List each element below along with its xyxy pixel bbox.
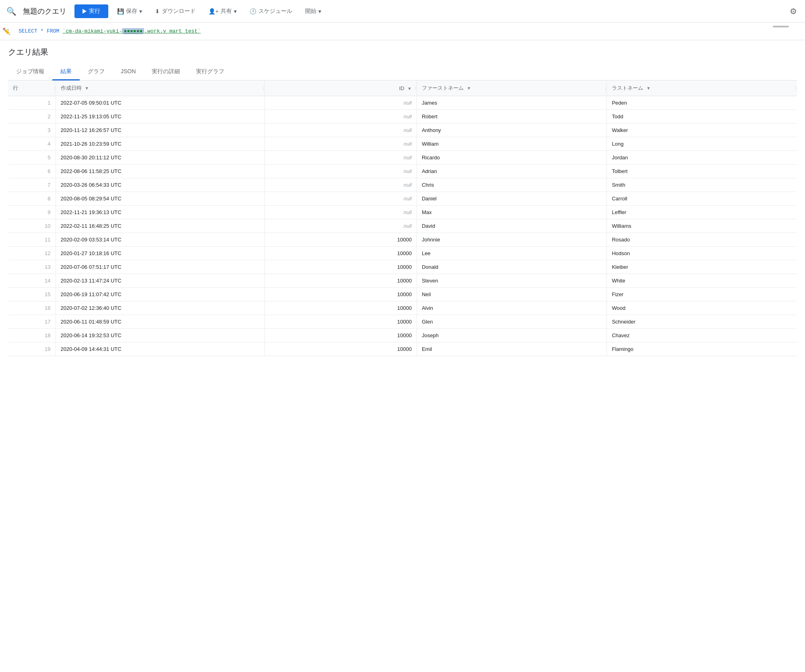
table-row: 19 2020-04-09 14:44:31 UTC 10000 Emil Fl… <box>8 342 797 356</box>
cell-date: 2020-06-14 19:32:53 UTC <box>56 329 265 342</box>
tab-execution-details[interactable]: 実行の詳細 <box>144 64 188 80</box>
start-button[interactable]: 開始 ▾ <box>301 5 325 17</box>
tab-job-info[interactable]: ジョブ情報 <box>8 64 52 80</box>
col-resize-row[interactable]: ⋮ <box>54 80 56 96</box>
col-resize-id[interactable]: ⋮ <box>415 80 417 96</box>
cell-row-num: 2 <box>8 110 56 124</box>
col-id-label: ID <box>399 85 404 91</box>
cell-row-num: 11 <box>8 233 56 247</box>
schedule-icon: 🕐 <box>250 8 256 14</box>
table-header-row: 行 ⋮ 作成日時 ▼ ⋮ ID ▼ ⋮ ファーストネーム <box>8 80 797 96</box>
sort-firstname-icon: ▼ <box>467 86 471 91</box>
table-row: 11 2020-02-09 03:53:14 UTC 10000 Johnnie… <box>8 233 797 247</box>
share-button[interactable]: 👤+ 共有 ▾ <box>204 5 241 17</box>
cell-firstname: Glen <box>417 315 607 329</box>
cell-id: 10000 <box>265 288 417 301</box>
sort-lastname-icon: ▼ <box>646 86 651 91</box>
cell-row-num: 19 <box>8 342 56 356</box>
table-row: 9 2022-11-21 19:36:13 UTC null Max Leffl… <box>8 206 797 219</box>
cell-date: 2020-06-19 11:07:42 UTC <box>56 288 265 301</box>
cell-row-num: 8 <box>8 192 56 206</box>
tab-graph[interactable]: グラフ <box>80 64 113 80</box>
tab-json[interactable]: JSON <box>113 64 144 80</box>
results-title: クエリ結果 <box>8 47 797 58</box>
col-header-row[interactable]: 行 ⋮ <box>8 80 56 96</box>
cell-date: 2020-01-27 10:18:16 UTC <box>56 247 265 260</box>
download-icon: ⬇ <box>155 8 160 14</box>
cell-lastname: Smith <box>607 178 797 192</box>
scrollbar[interactable] <box>773 26 789 27</box>
run-button[interactable]: 実行 <box>74 4 108 18</box>
cell-firstname: Anthony <box>417 124 607 137</box>
cell-date: 2020-04-09 14:44:31 UTC <box>56 342 265 356</box>
col-header-date[interactable]: 作成日時 ▼ ⋮ <box>56 80 265 96</box>
cell-date: 2020-08-05 08:29:54 UTC <box>56 192 265 206</box>
table-row: 6 2022-08-06 11:58:25 UTC null Adrian To… <box>8 165 797 178</box>
toolbar: 🔍 無題のクエリ 実行 💾 保存 ▾ ⬇ ダウンロード 👤+ 共有 ▾ 🕐 スケ… <box>0 0 805 23</box>
results-section: クエリ結果 ジョブ情報 結果 グラフ JSON 実行の詳細 実行グラフ 行 ⋮ … <box>0 40 805 356</box>
col-header-id[interactable]: ID ▼ ⋮ <box>265 80 417 96</box>
cell-lastname: Walker <box>607 124 797 137</box>
cell-id: 10000 <box>265 329 417 342</box>
run-label: 実行 <box>89 8 100 15</box>
cell-lastname: Flamingo <box>607 342 797 356</box>
cell-id: null <box>265 219 417 233</box>
table-row: 1 2022-07-05 09:50:01 UTC null James Ped… <box>8 96 797 110</box>
col-header-lastname[interactable]: ラストネーム ▼ ⋮ <box>607 80 797 96</box>
cell-firstname: Neil <box>417 288 607 301</box>
sql-line-1[interactable]: 1 SELECT * FROM `cm-da-mikami-yuki-●●●●●… <box>0 27 805 36</box>
cell-lastname: Wood <box>607 301 797 315</box>
cell-lastname: Fizer <box>607 288 797 301</box>
cell-date: 2022-11-21 19:36:13 UTC <box>56 206 265 219</box>
cell-firstname: Robert <box>417 110 607 124</box>
table-body: 1 2022-07-05 09:50:01 UTC null James Ped… <box>8 96 797 356</box>
cell-row-num: 7 <box>8 178 56 192</box>
cell-lastname: Kleiber <box>607 260 797 274</box>
cell-id: 10000 <box>265 301 417 315</box>
cell-row-num: 3 <box>8 124 56 137</box>
cell-date: 2022-02-11 16:48:25 UTC <box>56 219 265 233</box>
cell-firstname: Donald <box>417 260 607 274</box>
cell-firstname: Ricardo <box>417 151 607 165</box>
sort-date-icon: ▼ <box>85 86 89 91</box>
cell-date: 2022-11-25 19:13:05 UTC <box>56 110 265 124</box>
cell-row-num: 9 <box>8 206 56 219</box>
cell-row-num: 1 <box>8 96 56 110</box>
col-resize-date[interactable]: ⋮ <box>263 80 264 96</box>
tab-results[interactable]: 結果 <box>52 64 80 80</box>
col-lastname-label: ラストネーム <box>612 85 643 91</box>
cell-date: 2020-07-02 12:36:40 UTC <box>56 301 265 315</box>
cell-firstname: William <box>417 137 607 151</box>
table-row: 16 2020-07-02 12:36:40 UTC 10000 Alvin W… <box>8 301 797 315</box>
download-button[interactable]: ⬇ ダウンロード <box>151 5 200 17</box>
download-label: ダウンロード <box>162 8 196 15</box>
settings-button[interactable]: ⚙ <box>788 5 799 18</box>
cell-date: 2022-07-05 09:50:01 UTC <box>56 96 265 110</box>
cell-lastname: White <box>607 274 797 288</box>
cell-id: null <box>265 96 417 110</box>
col-resize-lastname[interactable]: ⋮ <box>795 80 797 96</box>
results-table: 行 ⋮ 作成日時 ▼ ⋮ ID ▼ ⋮ ファーストネーム <box>8 80 797 356</box>
tabs-bar: ジョブ情報 結果 グラフ JSON 実行の詳細 実行グラフ <box>8 64 797 80</box>
start-dropdown-icon: ▾ <box>318 8 321 14</box>
cell-lastname: Long <box>607 137 797 151</box>
schedule-label: スケジュール <box>258 8 292 15</box>
save-button[interactable]: 💾 保存 ▾ <box>113 5 146 17</box>
cell-id: null <box>265 110 417 124</box>
cell-lastname: Chavez <box>607 329 797 342</box>
cell-firstname: Adrian <box>417 165 607 178</box>
cell-firstname: Chris <box>417 178 607 192</box>
col-row-label: 行 <box>13 85 18 91</box>
cell-date: 2020-07-06 07:51:17 UTC <box>56 260 265 274</box>
cell-firstname: Johnnie <box>417 233 607 247</box>
page-title: 無題のクエリ <box>23 6 66 16</box>
schedule-button[interactable]: 🕐 スケジュール <box>246 5 296 17</box>
col-header-firstname[interactable]: ファーストネーム ▼ ⋮ <box>417 80 607 96</box>
cell-id: null <box>265 137 417 151</box>
sql-code: SELECT * FROM `cm-da-mikami-yuki-●●●●●●.… <box>19 28 201 34</box>
save-label: 保存 <box>126 8 137 15</box>
tab-execution-graph[interactable]: 実行グラフ <box>188 64 232 80</box>
col-resize-firstname[interactable]: ⋮ <box>605 80 607 96</box>
cell-id: null <box>265 124 417 137</box>
cell-lastname: Williams <box>607 219 797 233</box>
